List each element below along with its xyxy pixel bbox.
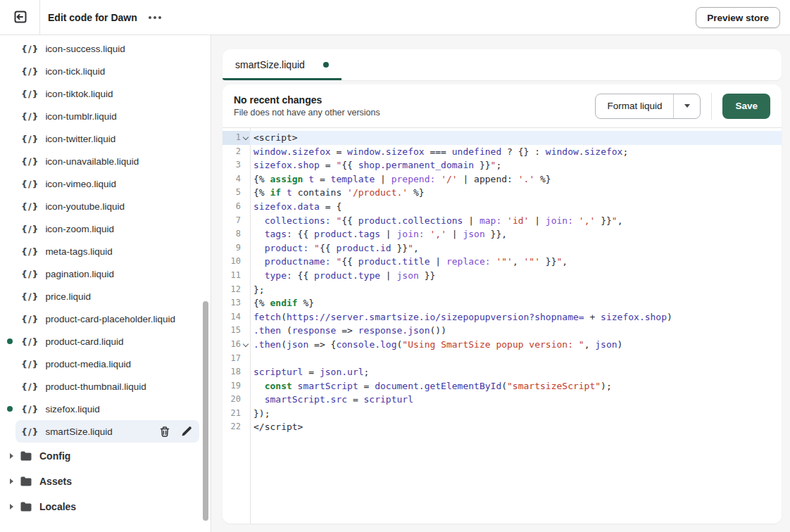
file-item-sizefox-liquid[interactable]: {/}sizefox.liquid: [15, 398, 199, 420]
line-number[interactable]: 7: [222, 214, 250, 228]
liquid-file-icon: {/}: [21, 224, 39, 234]
folder-caret-icon[interactable]: [10, 453, 13, 459]
file-name: icon-vimeo.liquid: [45, 179, 116, 189]
file-item-icon-twitter-liquid[interactable]: {/}icon-twitter.liquid: [15, 127, 199, 150]
code-line-13[interactable]: 13{% endif %}: [222, 296, 782, 310]
file-item-product-media-liquid[interactable]: {/}product-media.liquid: [15, 353, 199, 375]
line-number[interactable]: 14: [222, 310, 250, 324]
liquid-file-icon: {/}: [21, 359, 39, 369]
file-item-icon-youtube-liquid[interactable]: {/}icon-youtube.liquid: [15, 195, 199, 217]
code-line-3[interactable]: 3sizefox.shop = "{{ shop.permanent_domai…: [222, 158, 782, 172]
fold-chevron-icon[interactable]: [243, 134, 249, 140]
file-name: icon-youtube.liquid: [45, 201, 125, 212]
line-number[interactable]: 8: [222, 227, 250, 241]
code-line-20[interactable]: 20 smartScript.src = scripturl: [222, 393, 782, 407]
code-line-15[interactable]: 15.then (response => response.json()): [222, 324, 782, 338]
sidebar-scrollbar[interactable]: [203, 301, 208, 521]
line-number[interactable]: 10: [222, 255, 250, 269]
line-number[interactable]: 9: [222, 241, 250, 255]
save-button[interactable]: Save: [722, 94, 770, 119]
line-number[interactable]: 1: [222, 131, 250, 145]
line-number[interactable]: 15: [222, 324, 250, 338]
code-line-6[interactable]: 6sizefox.data = {: [222, 200, 782, 214]
file-item-icon-tick-liquid[interactable]: {/}icon-tick.liquid: [15, 60, 199, 82]
code-line-16[interactable]: 16.then(json => {console.log("Using Smar…: [222, 338, 782, 352]
file-item-icon-success-liquid[interactable]: {/}icon-success.liquid: [15, 37, 199, 60]
line-number[interactable]: 5: [222, 186, 250, 200]
code-text: sizefox.shop = "{{ shop.permanent_domain…: [253, 160, 501, 170]
rename-file-icon[interactable]: [181, 426, 192, 437]
file-item-icon-tumblr-liquid[interactable]: {/}icon-tumblr.liquid: [15, 105, 199, 127]
code-text: smartScript.src = scripturl: [253, 394, 413, 405]
code-line-4[interactable]: 4{% assign t = template | prepend: '/' |…: [222, 172, 782, 186]
file-name: price.liquid: [45, 291, 91, 302]
line-number[interactable]: 20: [222, 393, 250, 407]
file-name: meta-tags.liquid: [45, 246, 112, 257]
code-text: productname: "{{ product.title | replace…: [253, 256, 568, 267]
code-line-11[interactable]: 11 type: {{ product.type | json }}: [222, 269, 782, 283]
file-item-icon-tiktok-liquid[interactable]: {/}icon-tiktok.liquid: [15, 82, 199, 105]
code-line-8[interactable]: 8 tags: {{ product.tags | join: ',' | js…: [222, 227, 782, 241]
line-number[interactable]: 22: [222, 420, 250, 434]
code-line-21[interactable]: 21});: [222, 407, 782, 421]
fold-chevron-icon[interactable]: [243, 341, 249, 347]
line-number[interactable]: 6: [222, 200, 250, 214]
tab-smartsize-liquid[interactable]: smartSize.liquid: [222, 49, 343, 80]
liquid-file-icon: {/}: [21, 111, 39, 122]
file-name: icon-success.liquid: [45, 44, 125, 54]
file-item-product-card-liquid[interactable]: {/}product-card.liquid: [15, 330, 199, 353]
line-number[interactable]: 2: [222, 145, 250, 159]
liquid-file-icon: {/}: [21, 201, 39, 212]
file-item-smartSize-liquid[interactable]: {/}smartSize.liquid: [15, 420, 199, 443]
header-divider: [711, 93, 712, 120]
code-editor[interactable]: 1<script>2window.sizefox = window.sizefo…: [222, 128, 782, 524]
line-number[interactable]: 3: [222, 158, 250, 172]
line-number[interactable]: 12: [222, 283, 250, 297]
active-tab-underline: [222, 78, 341, 80]
folder-icon: [20, 450, 32, 462]
code-line-9[interactable]: 9 product: "{{ product.id }}",: [222, 241, 782, 255]
code-line-18[interactable]: 18scripturl = json.url;: [222, 365, 782, 379]
code-line-12[interactable]: 12};: [222, 283, 782, 297]
code-line-7[interactable]: 7 collections: "{{ product.collections |…: [222, 214, 782, 228]
folder-caret-icon[interactable]: [10, 479, 13, 484]
folder-item-assets[interactable]: Assets: [0, 469, 211, 493]
file-item-icon-vimeo-liquid[interactable]: {/}icon-vimeo.liquid: [15, 172, 199, 195]
line-number[interactable]: 11: [222, 269, 250, 283]
overflow-menu-button[interactable]: [145, 10, 165, 25]
code-line-14[interactable]: 14fetch(https://server.smartsize.io/size…: [222, 310, 782, 324]
file-item-icon-zoom-liquid[interactable]: {/}icon-zoom.liquid: [15, 217, 199, 240]
collapse-sidebar-button[interactable]: [10, 8, 31, 27]
delete-file-icon[interactable]: [159, 426, 170, 438]
file-list: {/}icon-success.liquid{/}icon-tick.liqui…: [0, 37, 211, 443]
file-item-pagination-liquid[interactable]: {/}pagination.liquid: [15, 262, 199, 285]
file-item-price-liquid[interactable]: {/}price.liquid: [15, 285, 199, 308]
folder-item-config[interactable]: Config: [0, 444, 211, 468]
code-line-5[interactable]: 5{% if t contains '/product.' %}: [222, 186, 782, 200]
code-line-19[interactable]: 19 const smartScript = document.getEleme…: [222, 379, 782, 393]
line-number[interactable]: 19: [222, 379, 250, 393]
file-item-product-card-placeholder-liquid[interactable]: {/}product-card-placeholder.liquid: [15, 308, 199, 330]
code-line-10[interactable]: 10 productname: "{{ product.title | repl…: [222, 255, 782, 269]
line-number[interactable]: 18: [222, 365, 250, 379]
file-item-icon-unavailable-liquid[interactable]: {/}icon-unavailable.liquid: [15, 150, 199, 172]
line-number[interactable]: 4: [222, 172, 250, 186]
code-line-17[interactable]: 17: [222, 352, 782, 366]
file-name: product-card-placeholder.liquid: [45, 314, 175, 324]
folder-caret-icon[interactable]: [10, 504, 13, 509]
code-line-1[interactable]: 1<script>: [222, 131, 782, 145]
liquid-file-icon: {/}: [21, 426, 39, 437]
file-item-product-thumbnail-liquid[interactable]: {/}product-thumbnail.liquid: [15, 375, 199, 398]
line-number[interactable]: 16: [222, 338, 250, 352]
preview-store-button[interactable]: Preview store: [696, 7, 780, 28]
file-item-meta-tags-liquid[interactable]: {/}meta-tags.liquid: [15, 240, 199, 262]
folder-item-locales[interactable]: Locales: [0, 495, 211, 519]
line-number[interactable]: 13: [222, 296, 250, 310]
code-line-2[interactable]: 2window.sizefox = window.sizefox === und…: [222, 145, 782, 159]
format-liquid-dropdown-button[interactable]: [673, 94, 700, 118]
format-liquid-button[interactable]: Format liquid: [596, 94, 673, 118]
file-name: sizefox.liquid: [45, 404, 99, 414]
code-line-22[interactable]: 22</script>: [222, 420, 782, 434]
line-number[interactable]: 21: [222, 407, 250, 421]
line-number[interactable]: 17: [222, 352, 250, 366]
